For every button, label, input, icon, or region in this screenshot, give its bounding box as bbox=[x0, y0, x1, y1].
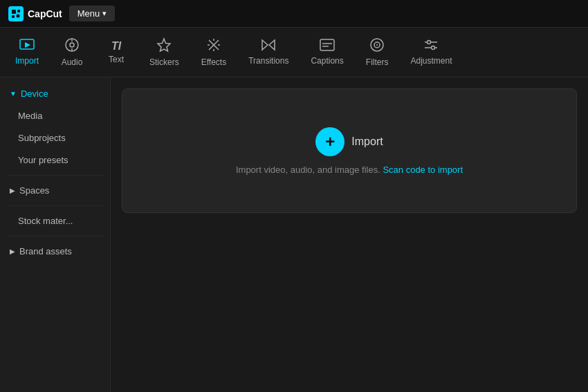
sidebar-device-label: Device bbox=[21, 88, 48, 99]
sidebar-spaces-label: Spaces bbox=[19, 185, 49, 196]
svg-point-7 bbox=[70, 43, 74, 47]
tab-transitions-label: Transitions bbox=[248, 56, 288, 66]
device-arrow-icon: ▼ bbox=[10, 90, 17, 97]
effects-icon bbox=[206, 37, 221, 55]
svg-rect-13 bbox=[320, 39, 334, 50]
brand-arrow-icon: ▶ bbox=[10, 248, 15, 255]
import-zone[interactable]: + Import Import video, audio, and image … bbox=[122, 88, 577, 213]
adjustment-icon bbox=[423, 39, 439, 53]
svg-marker-12 bbox=[269, 40, 275, 50]
tab-adjustment[interactable]: Adjustment bbox=[401, 33, 461, 71]
tab-import[interactable]: Import bbox=[6, 33, 48, 71]
svg-marker-10 bbox=[158, 39, 170, 51]
logo: CapCut bbox=[8, 6, 62, 21]
tab-stickers-label: Stickers bbox=[149, 57, 179, 67]
svg-marker-5 bbox=[25, 42, 30, 48]
import-title: Import bbox=[351, 136, 383, 148]
sidebar: ▼ Device Media Subprojects Your presets … bbox=[0, 77, 111, 392]
import-plus-button[interactable]: + bbox=[315, 127, 344, 156]
sidebar-divider-3 bbox=[7, 236, 103, 236]
scan-code-link[interactable]: Scan code to import bbox=[383, 165, 463, 175]
sidebar-section-spaces[interactable]: ▶ Spaces bbox=[0, 180, 110, 201]
tab-adjustment-label: Adjustment bbox=[410, 56, 452, 66]
tab-import-label: Import bbox=[15, 56, 39, 66]
sidebar-divider-2 bbox=[7, 205, 103, 206]
import-icon bbox=[19, 39, 35, 53]
svg-point-21 bbox=[428, 41, 431, 44]
tab-filters-label: Filters bbox=[366, 57, 389, 67]
import-subtitle: Import video, audio, and image files. Sc… bbox=[236, 165, 463, 175]
tab-captions-label: Captions bbox=[311, 56, 343, 66]
filters-icon bbox=[369, 37, 385, 55]
sidebar-brand-label: Brand assets bbox=[19, 246, 72, 256]
svg-point-22 bbox=[432, 46, 435, 50]
audio-icon bbox=[64, 37, 80, 55]
nav-tabs: Import Audio TI Text Stickers bbox=[0, 28, 588, 77]
sidebar-section-brand[interactable]: ▶ Brand assets bbox=[0, 241, 110, 262]
transitions-icon bbox=[261, 39, 276, 53]
sidebar-section-device[interactable]: ▼ Device bbox=[0, 83, 110, 104]
captions-icon bbox=[320, 39, 335, 53]
sidebar-item-subprojects[interactable]: Subprojects bbox=[4, 127, 106, 149]
sidebar-item-stock[interactable]: Stock mater... bbox=[4, 210, 106, 232]
spaces-arrow-icon: ▶ bbox=[10, 187, 15, 194]
tab-text[interactable]: TI Text bbox=[95, 35, 137, 70]
tab-audio-label: Audio bbox=[62, 57, 83, 67]
tab-effects-label: Effects bbox=[201, 57, 226, 67]
sidebar-item-media[interactable]: Media bbox=[4, 105, 106, 127]
text-icon: TI bbox=[111, 41, 121, 52]
topbar: CapCut Menu bbox=[0, 0, 588, 28]
logo-icon bbox=[8, 6, 24, 21]
tab-effects[interactable]: Effects bbox=[192, 32, 236, 73]
stickers-icon bbox=[156, 37, 172, 55]
svg-rect-0 bbox=[12, 10, 16, 14]
tab-transitions[interactable]: Transitions bbox=[239, 33, 298, 71]
app-name: CapCut bbox=[28, 8, 62, 19]
svg-point-18 bbox=[376, 44, 378, 46]
svg-marker-11 bbox=[262, 40, 268, 50]
svg-point-3 bbox=[17, 14, 20, 17]
svg-rect-1 bbox=[17, 10, 20, 12]
main-layout: ▼ Device Media Subprojects Your presets … bbox=[0, 77, 588, 392]
tab-audio[interactable]: Audio bbox=[51, 32, 93, 73]
tab-captions[interactable]: Captions bbox=[301, 33, 353, 71]
svg-rect-2 bbox=[12, 15, 15, 18]
sidebar-divider-1 bbox=[7, 175, 103, 176]
menu-button[interactable]: Menu bbox=[69, 6, 116, 21]
content-area: + Import Import video, audio, and image … bbox=[111, 77, 588, 392]
tab-text-label: Text bbox=[109, 55, 124, 64]
tab-stickers[interactable]: Stickers bbox=[140, 32, 189, 73]
tab-filters[interactable]: Filters bbox=[356, 32, 398, 73]
sidebar-item-your-presets[interactable]: Your presets bbox=[4, 149, 106, 171]
import-title-row: + Import bbox=[315, 127, 383, 156]
